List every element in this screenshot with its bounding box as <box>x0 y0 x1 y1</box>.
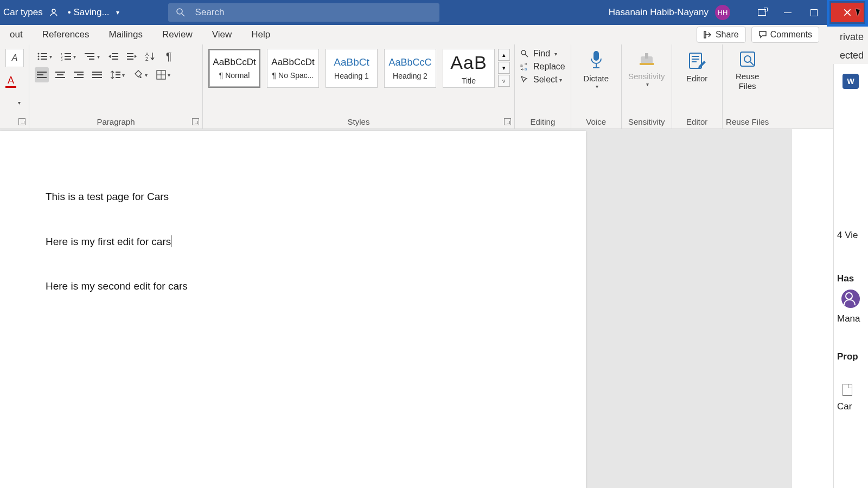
svg-point-1 <box>177 9 182 14</box>
svg-rect-19 <box>112 53 118 54</box>
svg-rect-11 <box>65 53 71 54</box>
tab-layout[interactable]: out <box>0 25 33 44</box>
styles-group-label: Styles <box>203 117 514 126</box>
font-dialog-launcher[interactable] <box>18 118 25 125</box>
select-button[interactable]: Select▾ <box>520 75 565 85</box>
comments-label: Comments <box>770 30 812 40</box>
editing-group-label: Editing <box>515 117 571 126</box>
align-center-button[interactable] <box>53 67 67 82</box>
paragraph-3[interactable]: Here is my second edit for cars <box>46 280 586 292</box>
svg-rect-38 <box>92 77 102 78</box>
svg-rect-49 <box>593 51 599 61</box>
svg-rect-13 <box>65 56 71 57</box>
tab-help[interactable]: Help <box>241 25 280 44</box>
svg-point-4 <box>38 53 40 55</box>
paragraph-1[interactable]: This is a test page for Cars <box>46 191 586 203</box>
sensitivity-group-label: Sensitivity <box>622 117 672 126</box>
reuse-files-button[interactable]: ReuseFiles <box>728 49 767 91</box>
svg-rect-17 <box>87 56 94 57</box>
document-canvas[interactable]: This is a test page for Cars Here is my … <box>0 129 792 488</box>
search-placeholder: Search <box>195 7 225 18</box>
tab-review[interactable]: Review <box>152 25 202 44</box>
editing-group: Find▾ ab Replace Select▾ Editing <box>515 44 571 129</box>
svg-line-2 <box>182 14 184 16</box>
svg-rect-18 <box>89 59 94 60</box>
close-icon <box>843 8 852 17</box>
styles-dialog-launcher[interactable] <box>504 118 511 125</box>
svg-rect-23 <box>127 56 133 57</box>
svg-rect-41 <box>116 77 120 78</box>
paragraph-group-label: Paragraph <box>29 117 202 126</box>
align-left-button[interactable] <box>35 67 49 82</box>
close-button[interactable] <box>831 3 864 22</box>
account-avatar[interactable]: HH <box>715 5 730 20</box>
svg-rect-29 <box>37 77 47 78</box>
tab-view[interactable]: View <box>202 25 242 44</box>
styles-gallery-scroll: ▴ ▾ ▿ <box>498 49 510 88</box>
font-color-chevron-icon[interactable]: ▾ <box>18 100 21 106</box>
increase-indent-button[interactable] <box>125 49 139 64</box>
ribbon: A A ▾ ▾ 123▾ ▾ AZ ¶ <box>0 44 868 129</box>
tab-mailings[interactable]: Mailings <box>99 25 152 44</box>
bullets-button[interactable]: ▾ <box>35 49 54 64</box>
svg-rect-51 <box>645 53 648 59</box>
clipped-car: Car <box>837 401 865 412</box>
share-button[interactable]: Share <box>697 27 746 43</box>
font-color-button[interactable]: A <box>5 75 16 88</box>
comments-button[interactable]: Comments <box>751 27 819 43</box>
svg-rect-27 <box>37 72 47 73</box>
svg-rect-40 <box>116 74 120 75</box>
styles-gallery-expand[interactable]: ▿ <box>498 75 510 87</box>
style-no-spacing[interactable]: AaBbCcDt ¶ No Spac... <box>267 49 319 88</box>
shading-button[interactable]: ▾ <box>131 67 150 82</box>
sensitivity-button: Sensitivity▾ <box>627 49 666 87</box>
svg-text:3: 3 <box>61 58 63 61</box>
paragraph-2[interactable]: Here is my first edit for cars <box>46 235 586 248</box>
minimize-button[interactable] <box>775 0 801 25</box>
multilevel-list-button[interactable]: ▾ <box>82 49 102 64</box>
dictate-button[interactable]: Dictate▾ <box>577 49 616 89</box>
replace-button[interactable]: ab Replace <box>520 62 565 72</box>
editor-button[interactable]: Editor <box>678 49 717 84</box>
account-name[interactable]: Hasanain Habib-Nayany <box>609 7 709 18</box>
styles-scroll-down[interactable]: ▾ <box>498 62 510 74</box>
paragraph-dialog-launcher[interactable] <box>192 118 199 125</box>
ribbon-display-options[interactable] <box>749 0 775 25</box>
sensitivity-group: Sensitivity▾ Sensitivity <box>622 44 672 129</box>
find-button[interactable]: Find▾ <box>520 49 565 59</box>
style-normal[interactable]: AaBbCcDt ¶ Normal <box>208 49 260 88</box>
svg-point-45 <box>521 50 526 55</box>
style-title[interactable]: AaB Title <box>443 49 495 88</box>
svg-rect-36 <box>92 72 102 73</box>
style-heading-1[interactable]: AaBbCt Heading 1 <box>326 49 378 88</box>
borders-button[interactable]: ▾ <box>154 67 173 82</box>
paragraph-group: ▾ 123▾ ▾ AZ ¶ ▾ ▾ ▾ <box>29 44 203 129</box>
clear-formatting-button[interactable]: A <box>5 49 24 67</box>
sort-button[interactable]: AZ <box>143 49 157 64</box>
align-right-button[interactable] <box>72 67 86 82</box>
tab-references[interactable]: References <box>33 25 99 44</box>
mouse-cursor-icon <box>856 8 861 16</box>
word-app-icon[interactable]: W <box>843 74 859 89</box>
presence-icon[interactable] <box>49 8 58 17</box>
styles-scroll-up[interactable]: ▴ <box>498 49 510 61</box>
line-spacing-button[interactable]: ▾ <box>108 67 127 82</box>
share-label: Share <box>716 30 739 40</box>
save-status-dropdown-icon[interactable]: ▾ <box>116 9 119 16</box>
show-paragraph-marks-button[interactable]: ¶ <box>162 49 176 64</box>
document-name: Car types <box>3 7 43 18</box>
svg-rect-37 <box>92 74 102 75</box>
numbering-button[interactable]: 123▾ <box>59 49 78 64</box>
justify-button[interactable] <box>90 67 104 82</box>
svg-rect-32 <box>55 77 65 78</box>
clipped-text-protected: ected <box>835 50 868 61</box>
search-icon <box>176 8 186 17</box>
search-input[interactable]: Search <box>168 3 439 22</box>
svg-rect-16 <box>85 53 94 54</box>
decrease-indent-button[interactable] <box>106 49 120 64</box>
svg-rect-28 <box>37 74 43 75</box>
document-page[interactable]: This is a test page for Cars Here is my … <box>0 131 586 488</box>
style-heading-2[interactable]: AaBbCcC Heading 2 <box>384 49 436 88</box>
maximize-button[interactable] <box>801 0 827 25</box>
clipped-manage[interactable]: Mana <box>837 313 865 324</box>
